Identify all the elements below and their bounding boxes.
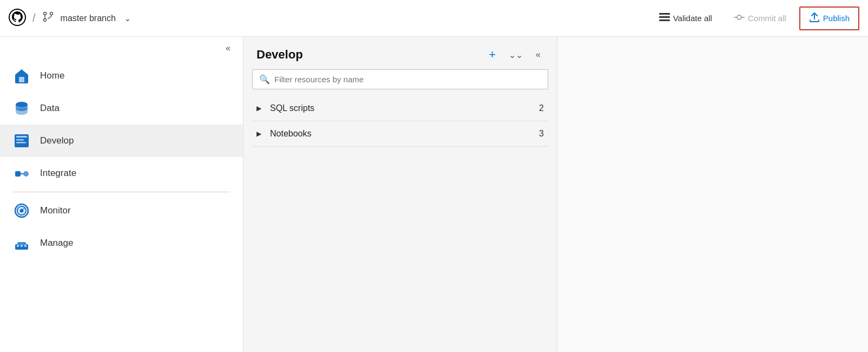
sidebar-item-manage[interactable]: Manage bbox=[0, 227, 243, 259]
validate-all-label: Validate all bbox=[673, 14, 712, 23]
svg-rect-4 bbox=[659, 13, 670, 15]
search-input[interactable] bbox=[274, 75, 541, 84]
publish-label: Publish bbox=[823, 14, 850, 23]
collapse-panel-button[interactable]: « bbox=[532, 49, 544, 61]
sidebar-item-data[interactable]: Data bbox=[0, 92, 243, 125]
validate-icon bbox=[659, 12, 670, 24]
sidebar-item-data-label: Data bbox=[40, 103, 60, 114]
svg-point-17 bbox=[23, 171, 29, 177]
path-separator: / bbox=[32, 12, 36, 24]
sidebar-item-home[interactable]: Home bbox=[0, 60, 243, 92]
sidebar: « Home Data bbox=[0, 37, 244, 352]
svg-point-7 bbox=[737, 15, 741, 19]
sidebar-item-monitor[interactable]: Monitor bbox=[0, 194, 243, 227]
sidebar-item-home-label: Home bbox=[40, 70, 64, 81]
main-layout: « Home Data bbox=[0, 37, 868, 352]
search-box: 🔍 bbox=[252, 69, 548, 89]
expand-notebooks-icon: ▶ bbox=[257, 130, 261, 138]
sidebar-item-integrate[interactable]: Integrate bbox=[0, 157, 243, 190]
commit-all-button[interactable]: Commit all bbox=[725, 8, 795, 29]
search-icon: 🔍 bbox=[259, 74, 270, 84]
expand-sql-icon: ▶ bbox=[257, 105, 261, 112]
svg-rect-10 bbox=[19, 77, 24, 82]
sidebar-item-develop[interactable]: Develop bbox=[0, 125, 243, 157]
monitor-icon bbox=[13, 202, 30, 219]
collapse-down-button[interactable]: ⌄⌄ bbox=[505, 49, 526, 61]
data-icon bbox=[13, 100, 30, 117]
svg-rect-27 bbox=[24, 245, 27, 247]
validate-all-button[interactable]: Validate all bbox=[650, 8, 721, 29]
top-bar: / master branch ⌄ Validate all bbox=[0, 0, 868, 37]
publish-icon bbox=[809, 12, 820, 25]
sidebar-item-monitor-label: Monitor bbox=[40, 205, 71, 216]
sidebar-item-develop-label: Develop bbox=[40, 135, 74, 146]
notebooks-count: 3 bbox=[539, 129, 544, 139]
add-resource-button[interactable]: + bbox=[485, 47, 499, 63]
develop-icon bbox=[13, 132, 30, 149]
manage-icon bbox=[13, 234, 30, 252]
branch-icon bbox=[42, 11, 54, 25]
svg-point-2 bbox=[50, 12, 52, 15]
svg-point-1 bbox=[43, 12, 46, 15]
sidebar-item-manage-label: Manage bbox=[40, 238, 73, 249]
svg-point-21 bbox=[20, 209, 24, 213]
svg-rect-13 bbox=[16, 136, 27, 138]
svg-point-3 bbox=[43, 19, 46, 22]
integrate-icon bbox=[13, 165, 30, 182]
sidebar-collapse-bar: « bbox=[0, 37, 244, 60]
github-icon bbox=[9, 9, 26, 28]
sql-scripts-count: 2 bbox=[539, 103, 544, 113]
resource-item-sql-scripts[interactable]: ▶ SQL scripts 2 bbox=[252, 96, 548, 121]
svg-rect-5 bbox=[659, 16, 670, 18]
sidebar-divider bbox=[13, 192, 230, 192]
sidebar-item-integrate-label: Integrate bbox=[40, 168, 76, 179]
commit-all-label: Commit all bbox=[748, 14, 786, 23]
panel-header: Develop + ⌄⌄ « bbox=[244, 37, 557, 69]
svg-rect-15 bbox=[16, 142, 26, 144]
sql-scripts-label: SQL scripts bbox=[270, 103, 534, 113]
home-icon bbox=[13, 67, 30, 84]
resource-list: ▶ SQL scripts 2 ▶ Notebooks 3 bbox=[244, 96, 557, 147]
sidebar-collapse-button[interactable]: « bbox=[221, 41, 235, 55]
svg-rect-25 bbox=[17, 245, 19, 247]
resource-item-notebooks[interactable]: ▶ Notebooks 3 bbox=[252, 121, 548, 147]
svg-rect-16 bbox=[15, 171, 21, 177]
notebooks-label: Notebooks bbox=[270, 129, 534, 139]
develop-panel: Develop + ⌄⌄ « 🔍 ▶ SQL scripts 2 ▶ bbox=[244, 37, 557, 352]
panel-title: Develop bbox=[257, 48, 479, 62]
svg-rect-14 bbox=[16, 139, 24, 141]
svg-rect-6 bbox=[659, 19, 670, 21]
branch-name: master branch bbox=[61, 14, 116, 23]
svg-rect-26 bbox=[21, 245, 23, 247]
publish-button[interactable]: Publish bbox=[799, 6, 859, 30]
main-content bbox=[557, 37, 868, 352]
commit-icon bbox=[734, 12, 745, 25]
branch-dropdown[interactable]: ⌄ bbox=[124, 14, 131, 23]
